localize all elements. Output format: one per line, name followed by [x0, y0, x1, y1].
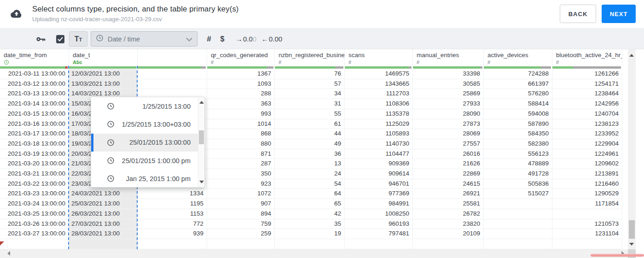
table-cell[interactable]: 1216460 — [552, 179, 622, 189]
column-header-col-3[interactable] — [138, 49, 207, 66]
table-cell[interactable]: 2021-03-24 13:00:00 — [0, 199, 69, 209]
increase-precision-button[interactable]: →0.00 — [236, 29, 256, 49]
table-cell[interactable]: 25/03/2021 13:00 — [69, 199, 138, 209]
table-cell[interactable] — [0, 239, 69, 249]
table-cell[interactable]: 1334 — [138, 189, 207, 199]
table-cell[interactable]: 1233952 — [552, 129, 622, 139]
table-cell[interactable]: 880 — [207, 139, 275, 149]
table-cell[interactable]: 1105893 — [345, 129, 413, 139]
table-cell[interactable]: 350 — [207, 169, 275, 179]
table-cell[interactable] — [138, 239, 207, 249]
table-cell[interactable]: 1238464 — [552, 89, 622, 99]
table-cell[interactable]: 1229904 — [552, 139, 622, 149]
table-cell[interactable]: 2021-03-19 13:00:00 — [0, 149, 69, 159]
table-cell[interactable]: 57 — [275, 79, 345, 89]
table-cell[interactable]: 993 — [207, 109, 275, 119]
vertical-scrollbar[interactable] — [628, 49, 636, 249]
table-cell[interactable]: 797481 — [345, 229, 413, 239]
column-type-select[interactable]: Date / time — [91, 31, 197, 47]
table-cell[interactable]: 27/03/2021 13:00 — [69, 219, 138, 229]
table-cell[interactable]: 1238123 — [552, 119, 622, 129]
number-type-button[interactable]: # — [204, 29, 214, 49]
table-cell[interactable]: 2021-03-15 13:00:00 — [0, 109, 69, 119]
dropdown-scrollbar[interactable] — [198, 97, 204, 187]
table-cell[interactable]: 491728 — [484, 169, 552, 179]
table-cell[interactable] — [484, 199, 552, 209]
table-cell[interactable]: 26782 — [413, 209, 484, 219]
table-cell[interactable]: 594008 — [484, 109, 552, 119]
table-cell[interactable]: 20109 — [413, 229, 484, 239]
table-cell[interactable]: 1195 — [138, 199, 207, 209]
vertical-scrollbar-thumb[interactable] — [629, 220, 635, 239]
table-cell[interactable] — [345, 239, 413, 249]
table-cell[interactable] — [484, 209, 552, 219]
table-cell[interactable]: 2021-03-18 13:00:00 — [0, 139, 69, 149]
table-cell[interactable]: 1469575 — [345, 69, 413, 79]
table-cell[interactable] — [138, 69, 207, 79]
table-cell[interactable]: 478889 — [484, 159, 552, 169]
table-cell[interactable]: 13/03/2021 13:00 — [69, 79, 138, 89]
column-header-bluetooth_active_24_hr_[interactable]: bluetooth_active_24_hr_# — [552, 49, 622, 66]
table-cell[interactable]: 24615 — [413, 179, 484, 189]
table-cell[interactable]: 724288 — [484, 69, 552, 79]
table-cell[interactable]: 33398 — [413, 69, 484, 79]
table-cell[interactable]: 984991 — [345, 199, 413, 209]
table-cell[interactable]: 1104477 — [345, 149, 413, 159]
next-button[interactable]: NEXT — [602, 5, 636, 23]
table-cell[interactable]: 259 — [207, 229, 275, 239]
table-cell[interactable]: 1254171 — [552, 79, 622, 89]
dropdown-scroll-up-arrow[interactable] — [199, 101, 204, 104]
format-option[interactable]: 25/01/2015 13:00:00 — [91, 134, 204, 152]
include-column-checkbox[interactable] — [56, 29, 64, 49]
table-cell[interactable] — [484, 239, 552, 249]
decrease-precision-button[interactable]: ←0.00 — [261, 29, 282, 49]
table-cell[interactable]: 2021-03-20 13:00:00 — [0, 159, 69, 169]
table-cell[interactable]: 288 — [207, 89, 275, 99]
table-cell[interactable]: 1008250 — [345, 209, 413, 219]
table-cell[interactable]: 1135378 — [345, 109, 413, 119]
table-cell[interactable]: 587890 — [484, 119, 552, 129]
table-cell[interactable]: 759 — [207, 219, 275, 229]
table-cell[interactable]: 582380 — [484, 139, 552, 149]
table-cell[interactable]: 1125029 — [345, 119, 413, 129]
table-cell[interactable] — [484, 229, 552, 239]
table-cell[interactable]: 1242956 — [552, 99, 622, 109]
table-cell[interactable]: 2021-03-25 13:00:00 — [0, 209, 69, 219]
table-cell[interactable]: 1014 — [207, 119, 275, 129]
table-cell[interactable]: 871 — [207, 149, 275, 159]
format-option[interactable]: 25/01/2015 1:00:00 pm — [91, 152, 204, 170]
table-cell[interactable]: 923 — [207, 179, 275, 189]
table-cell[interactable] — [275, 239, 345, 249]
column-header-scans[interactable]: scans# — [345, 49, 413, 66]
dropdown-scrollbar-thumb[interactable] — [199, 130, 204, 144]
table-cell[interactable]: 894 — [207, 209, 275, 219]
table-cell[interactable]: 1213891 — [552, 169, 622, 179]
table-cell[interactable]: 27933 — [413, 99, 484, 109]
table-cell[interactable]: 25869 — [413, 89, 484, 99]
table-cell[interactable]: 1072 — [207, 189, 275, 199]
table-cell[interactable]: 26/03/2021 13:00 — [69, 209, 138, 219]
table-cell[interactable] — [207, 239, 275, 249]
horizontal-scrollbar-pink-thumb[interactable] — [591, 254, 644, 257]
table-cell[interactable]: 977369 — [345, 189, 413, 199]
table-cell[interactable]: 61 — [275, 119, 345, 129]
table-cell[interactable]: 1290529 — [552, 189, 622, 199]
table-cell[interactable]: 27873 — [413, 119, 484, 129]
table-cell[interactable]: 1112703 — [345, 89, 413, 99]
table-cell[interactable]: 2021-03-14 13:00:00 — [0, 99, 69, 109]
table-cell[interactable]: 868 — [207, 129, 275, 139]
table-cell[interactable]: 22869 — [413, 169, 484, 179]
table-cell[interactable]: 1261266 — [552, 69, 622, 79]
table-cell[interactable]: 505836 — [484, 179, 552, 189]
scroll-left-arrow[interactable] — [7, 251, 10, 256]
table-cell[interactable]: 1171854 — [552, 199, 622, 209]
table-cell[interactable]: 26016 — [413, 149, 484, 159]
format-option[interactable]: 1/25/2015 13:00+03:00 — [91, 115, 204, 133]
table-cell[interactable]: 34 — [275, 89, 345, 99]
column-header-date_t[interactable]: date_tAbc — [69, 49, 138, 66]
scroll-down-arrow[interactable] — [629, 243, 634, 246]
table-cell[interactable]: 28/03/2021 13:00 — [69, 229, 138, 239]
table-cell[interactable]: 24/03/2021 13:00 — [69, 189, 138, 199]
table-cell[interactable]: 49 — [275, 139, 345, 149]
table-cell[interactable]: 27557 — [413, 139, 484, 149]
